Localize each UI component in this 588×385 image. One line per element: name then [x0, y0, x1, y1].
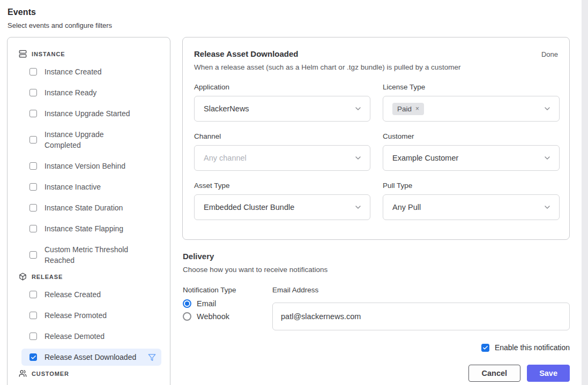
enable-notification-label: Enable this notification — [495, 343, 570, 352]
checkbox-unchecked[interactable] — [29, 312, 37, 319]
asset-type-select[interactable]: Embedded Cluster Bundle — [194, 194, 370, 220]
chevron-down-icon — [543, 203, 552, 212]
radio-label: Webhook — [197, 312, 229, 321]
customer-select[interactable]: Example Customer — [383, 145, 560, 171]
checkbox-unchecked[interactable] — [29, 110, 37, 117]
tag-remove-icon[interactable]: × — [415, 105, 419, 112]
field-label: Customer — [383, 132, 560, 140]
event-sidebar: INSTANCE Instance Created Instance Ready… — [7, 37, 170, 385]
delivery-title: Delivery — [183, 252, 570, 261]
notification-type-label: Notification Type — [183, 286, 272, 294]
event-row-instance-inactive[interactable]: Instance Inactive — [21, 178, 161, 195]
event-row-instance-state-duration[interactable]: Instance State Duration — [21, 199, 161, 216]
check-icon — [482, 345, 488, 351]
section-header-customer: CUSTOMER — [16, 369, 161, 378]
select-value: SlackerNews — [204, 104, 249, 113]
scrollbar-gutter[interactable] — [582, 0, 588, 385]
event-row-instance-state-flapping[interactable]: Instance State Flapping — [21, 220, 161, 237]
channel-select[interactable]: Any channel — [194, 145, 370, 171]
event-row-custom-metric-threshold[interactable]: Custom Metric Threshold Reached — [21, 241, 161, 269]
field-license-type: License Type Paid × — [383, 83, 560, 122]
enable-notification-row[interactable]: Enable this notification — [183, 343, 570, 352]
event-label: Instance Inactive — [44, 182, 101, 192]
page-header: Events Select events and configure filte… — [8, 7, 112, 29]
chevron-down-icon — [543, 154, 552, 162]
event-row-release-demoted[interactable]: Release Demoted — [21, 328, 161, 345]
field-channel: Channel Any channel — [194, 132, 370, 171]
checkbox-unchecked[interactable] — [29, 68, 37, 76]
checkbox-unchecked[interactable] — [29, 136, 37, 144]
delivery-section: Delivery Choose how you want to receive … — [183, 252, 570, 382]
enable-checkbox-checked[interactable] — [481, 344, 489, 352]
field-label: Pull Type — [383, 182, 560, 190]
chevron-down-icon — [354, 104, 362, 113]
field-label: Application — [194, 83, 370, 91]
event-label: Instance Ready — [44, 87, 96, 98]
field-label: Asset Type — [194, 182, 370, 190]
license-tag: Paid × — [392, 103, 424, 115]
email-address-input[interactable] — [272, 303, 570, 330]
event-row-instance-upgrade-completed[interactable]: Instance Upgrade Completed — [21, 126, 161, 154]
select-value: Embedded Cluster Bundle — [204, 203, 294, 212]
event-row-instance-ready[interactable]: Instance Ready — [21, 84, 161, 101]
application-select[interactable]: SlackerNews — [194, 96, 370, 122]
checkbox-unchecked[interactable] — [29, 251, 37, 259]
checkbox-checked[interactable] — [29, 353, 37, 361]
select-value: Any Pull — [392, 203, 421, 212]
event-row-release-promoted[interactable]: Release Promoted — [21, 307, 161, 324]
event-label: Instance State Duration — [44, 202, 123, 213]
tag-label: Paid — [397, 105, 412, 113]
filter-icon[interactable] — [148, 353, 156, 361]
filter-card-description: When a release asset (such as a Helm cha… — [194, 63, 460, 71]
event-label: Instance Upgrade Started — [44, 108, 130, 119]
checkbox-unchecked[interactable] — [29, 291, 37, 298]
field-application: Application SlackerNews — [194, 83, 370, 122]
field-asset-type: Asset Type Embedded Cluster Bundle — [194, 182, 370, 220]
filter-card-title: Release Asset Downloaded — [194, 49, 460, 58]
checkbox-unchecked[interactable] — [29, 333, 37, 340]
event-label: Instance Upgrade Completed — [44, 129, 141, 150]
checkbox-unchecked[interactable] — [29, 183, 37, 191]
page-subtitle: Select events and configure filters — [8, 21, 112, 29]
event-row-instance-created[interactable]: Instance Created — [21, 63, 161, 80]
checkbox-unchecked[interactable] — [29, 89, 37, 96]
select-value: Example Customer — [392, 154, 458, 162]
section-label: RELEASE — [32, 274, 63, 280]
event-row-release-created[interactable]: Release Created — [21, 286, 161, 303]
section-header-release: RELEASE — [16, 273, 161, 281]
done-link[interactable]: Done — [541, 50, 558, 58]
field-pull-type: Pull Type Any Pull — [383, 182, 560, 220]
checkbox-unchecked[interactable] — [29, 225, 37, 232]
delivery-subtitle: Choose how you want to receive notificat… — [183, 266, 570, 274]
filter-card: Release Asset Downloaded When a release … — [182, 37, 570, 240]
event-label: Release Promoted — [44, 310, 107, 321]
section-header-instance: INSTANCE — [16, 50, 161, 58]
radio-selected-icon[interactable] — [183, 299, 191, 308]
radio-webhook[interactable]: Webhook — [183, 312, 272, 321]
event-label: Release Asset Downloaded — [44, 352, 136, 363]
event-row-release-asset-downloaded[interactable]: Release Asset Downloaded — [21, 349, 161, 366]
event-row-instance-version-behind[interactable]: Instance Version Behind — [21, 157, 161, 175]
event-label: Release Demoted — [44, 331, 105, 342]
license-type-select[interactable]: Paid × — [383, 96, 560, 122]
package-icon — [19, 273, 27, 281]
check-icon — [31, 354, 36, 360]
page-title: Events — [8, 7, 112, 17]
pull-type-select[interactable]: Any Pull — [383, 194, 560, 220]
radio-unselected-icon[interactable] — [183, 312, 191, 321]
users-icon — [19, 369, 27, 378]
save-button[interactable]: Save — [527, 365, 570, 382]
email-address-label: Email Address — [272, 286, 570, 294]
section-label: CUSTOMER — [32, 371, 69, 377]
chevron-down-icon — [543, 104, 552, 113]
chevron-down-icon — [354, 203, 362, 212]
radio-email[interactable]: Email — [183, 299, 272, 308]
checkbox-unchecked[interactable] — [29, 204, 37, 212]
event-label: Release Created — [44, 289, 101, 300]
server-icon — [19, 50, 27, 58]
radio-label: Email — [197, 299, 216, 308]
checkbox-unchecked[interactable] — [29, 162, 37, 170]
event-row-instance-upgrade-started[interactable]: Instance Upgrade Started — [21, 105, 161, 122]
field-customer: Customer Example Customer — [383, 132, 560, 171]
cancel-button[interactable]: Cancel — [468, 365, 521, 382]
